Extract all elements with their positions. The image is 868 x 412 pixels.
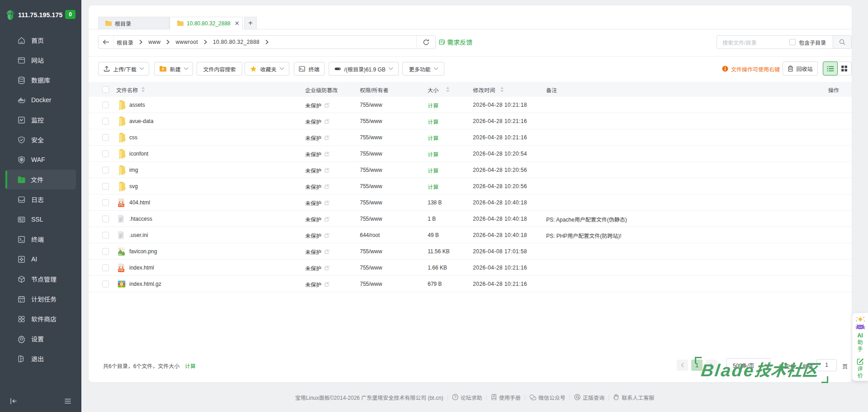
svg-text:HTML: HTML	[118, 204, 124, 206]
svg-text:HTML: HTML	[118, 269, 124, 271]
svg-text:PNG: PNG	[118, 253, 122, 255]
